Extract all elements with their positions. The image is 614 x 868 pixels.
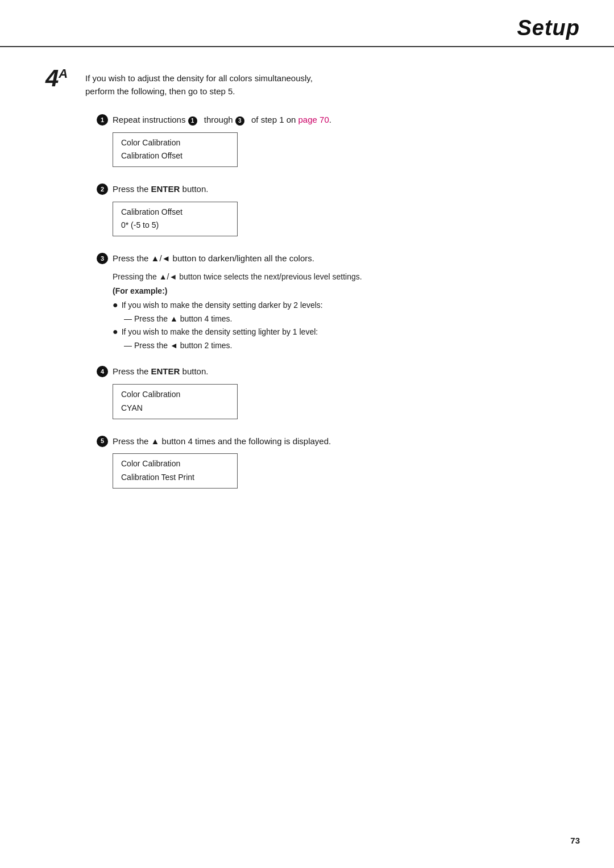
inline-circle-1: 1 [188,116,197,126]
sub-step-5-header: 5 Press the ▲ button 4 times and the fol… [97,435,580,448]
bullet-2: ● If you wish to make the density settin… [113,326,580,338]
step-4a-number: 4A [45,66,85,90]
circle-5: 5 [97,436,108,447]
step-4a-text: If you wish to adjust the density for al… [85,70,313,98]
enter-label-2: ENTER [151,184,180,194]
page-container: Setup 4A If you wish to adjust the densi… [0,0,614,868]
sub-step-4: 4 Press the ENTER button. Color Calibrat… [97,365,580,421]
sub-step-3-note: Pressing the ▲/◄ button twice selects th… [113,271,580,283]
step-4a-block: 4A If you wish to adjust the density for… [45,70,580,98]
circle-3: 3 [97,253,108,264]
sub-step-2: 2 Press the ENTER button. Calibration Of… [97,183,580,239]
sub-step-3-text: Press the ▲/◄ button to darken/lighten a… [113,252,314,265]
page-header: Setup [0,0,614,47]
bullet-dot-2: ● [113,326,118,338]
sub-step-4-header: 4 Press the ENTER button. [97,365,580,378]
sub-step-2-header: 2 Press the ENTER button. [97,183,580,196]
lcd-display-1: Color Calibration Calibration Offset [113,132,238,168]
sub-step-4-text: Press the ENTER button. [113,365,208,378]
circle-2: 2 [97,183,108,195]
page-number: 73 [570,836,580,845]
sub-step-1-header: 1 Repeat instructions 1 through 3 of ste… [97,114,580,127]
page-title: Setup [517,16,580,40]
sub-step-1-text: Repeat instructions 1 through 3 of step … [113,114,331,127]
enter-label-4: ENTER [151,366,180,376]
bullet-1: ● If you wish to make the density settin… [113,299,580,311]
circle-1: 1 [97,114,108,126]
inline-circle-3: 3 [235,116,244,126]
bullet-1-text: If you wish to make the density setting … [122,299,323,311]
sub-step-5-text: Press the ▲ button 4 times and the follo… [113,435,331,448]
bullet-2-text: If you wish to make the density setting … [122,326,318,338]
sub-bullet-2: — Press the ◄ button 2 times. [124,339,580,352]
sub-steps-container: 1 Repeat instructions 1 through 3 of ste… [97,114,580,491]
sub-step-3-header: 3 Press the ▲/◄ button to darken/lighten… [97,252,580,265]
main-content: 4A If you wish to adjust the density for… [0,70,614,491]
sub-bullet-1: — Press the ▲ button 4 times. [124,312,580,325]
page-link: page 70 [298,115,329,124]
lcd-display-2: Calibration Offset 0* (-5 to 5) [113,202,238,237]
sub-step-1: 1 Repeat instructions 1 through 3 of ste… [97,114,580,169]
circle-4: 4 [97,366,108,377]
sub-step-2-text: Press the ENTER button. [113,183,208,196]
lcd-display-5: Color Calibration Calibration Test Print [113,453,238,489]
bullet-dot-1: ● [113,299,118,311]
lcd-display-4: Color Calibration CYAN [113,384,238,419]
sub-step-5: 5 Press the ▲ button 4 times and the fol… [97,435,580,491]
sub-step-3: 3 Press the ▲/◄ button to darken/lighten… [97,252,580,352]
for-example-label: (For example:) [113,285,580,297]
